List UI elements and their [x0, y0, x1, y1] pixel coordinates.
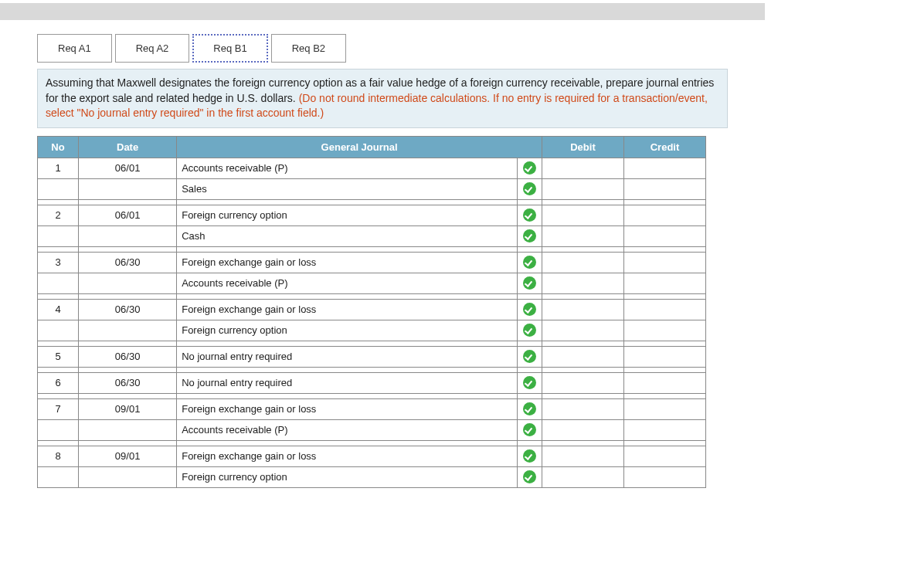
- row-date: 06/30: [79, 299, 177, 320]
- account-cell[interactable]: Foreign currency option: [177, 466, 518, 487]
- table-row: Foreign currency option: [38, 320, 706, 341]
- table-row: 506/30No journal entry required: [38, 346, 706, 367]
- account-cell[interactable]: Foreign exchange gain or loss: [177, 299, 518, 320]
- spacer-row: [38, 341, 706, 346]
- credit-cell[interactable]: [623, 320, 705, 341]
- credit-cell[interactable]: [623, 205, 705, 225]
- spacer-row: [38, 246, 706, 252]
- account-cell[interactable]: Foreign currency option: [177, 320, 518, 341]
- header-date: Date: [79, 136, 177, 158]
- row-no: [38, 419, 79, 440]
- header-no: No: [38, 136, 79, 158]
- row-date: 06/01: [79, 158, 177, 178]
- row-date: 09/01: [79, 398, 177, 419]
- debit-cell[interactable]: [542, 225, 623, 246]
- credit-cell[interactable]: [623, 273, 705, 293]
- row-date: 06/30: [79, 346, 177, 367]
- debit-cell[interactable]: [542, 419, 623, 440]
- debit-cell[interactable]: [542, 205, 623, 225]
- account-cell[interactable]: Cash: [177, 225, 518, 246]
- table-row: 606/30No journal entry required: [38, 372, 706, 393]
- credit-cell[interactable]: [623, 299, 705, 320]
- table-row: Sales: [38, 178, 706, 199]
- spacer-row: [38, 367, 706, 372]
- account-cell[interactable]: Foreign exchange gain or loss: [177, 252, 518, 273]
- check-icon: [523, 303, 536, 316]
- check-cell: [518, 252, 542, 273]
- account-cell[interactable]: Foreign exchange gain or loss: [177, 398, 518, 419]
- header-credit: Credit: [623, 136, 705, 158]
- row-no: 3: [38, 252, 79, 273]
- credit-cell[interactable]: [623, 419, 705, 440]
- debit-cell[interactable]: [542, 466, 623, 487]
- row-no: 5: [38, 346, 79, 367]
- row-date: [79, 466, 177, 487]
- tab-req-b1[interactable]: Req B1: [192, 34, 267, 63]
- check-cell: [518, 299, 542, 320]
- credit-cell[interactable]: [623, 158, 705, 178]
- check-icon: [523, 324, 536, 337]
- check-cell: [518, 225, 542, 246]
- account-cell[interactable]: Foreign currency option: [177, 205, 518, 225]
- row-date: [79, 419, 177, 440]
- check-icon: [523, 470, 536, 483]
- row-no: [38, 273, 79, 293]
- credit-cell[interactable]: [623, 466, 705, 487]
- header-general: General Journal: [177, 136, 542, 158]
- check-cell: [518, 346, 542, 367]
- check-icon: [523, 423, 536, 436]
- debit-cell[interactable]: [542, 372, 623, 393]
- row-date: 06/30: [79, 252, 177, 273]
- credit-cell[interactable]: [623, 446, 705, 466]
- check-icon: [523, 182, 536, 195]
- credit-cell[interactable]: [623, 178, 705, 199]
- row-date: [79, 225, 177, 246]
- debit-cell[interactable]: [542, 346, 623, 367]
- check-icon: [523, 256, 536, 269]
- check-cell: [518, 466, 542, 487]
- table-row: Foreign currency option: [38, 466, 706, 487]
- table-row: 709/01Foreign exchange gain or loss: [38, 398, 706, 419]
- account-cell[interactable]: No journal entry required: [177, 346, 518, 367]
- table-row: 206/01Foreign currency option: [38, 205, 706, 225]
- credit-cell[interactable]: [623, 346, 705, 367]
- credit-cell[interactable]: [623, 252, 705, 273]
- row-no: [38, 320, 79, 341]
- row-no: [38, 178, 79, 199]
- row-date: [79, 273, 177, 293]
- main-container: Req A1Req A2Req B1Req B2 Assuming that M…: [0, 34, 765, 488]
- check-icon: [523, 449, 536, 463]
- tab-req-a2[interactable]: Req A2: [115, 34, 190, 63]
- account-cell[interactable]: Accounts receivable (P): [177, 419, 518, 440]
- row-no: 1: [38, 158, 79, 178]
- check-cell: [518, 178, 542, 199]
- credit-cell[interactable]: [623, 225, 705, 246]
- table-row: 306/30Foreign exchange gain or loss: [38, 252, 706, 273]
- spacer-row: [38, 199, 706, 205]
- debit-cell[interactable]: [542, 252, 623, 273]
- debit-cell[interactable]: [542, 273, 623, 293]
- check-icon: [523, 402, 536, 415]
- debit-cell[interactable]: [542, 178, 623, 199]
- debit-cell[interactable]: [542, 446, 623, 466]
- table-row: 406/30Foreign exchange gain or loss: [38, 299, 706, 320]
- row-no: 6: [38, 372, 79, 393]
- row-no: 7: [38, 398, 79, 419]
- debit-cell[interactable]: [542, 158, 623, 178]
- row-no: [38, 225, 79, 246]
- check-icon: [523, 161, 536, 175]
- tab-req-b2[interactable]: Req B2: [271, 34, 346, 63]
- account-cell[interactable]: No journal entry required: [177, 372, 518, 393]
- account-cell[interactable]: Sales: [177, 178, 518, 199]
- credit-cell[interactable]: [623, 398, 705, 419]
- debit-cell[interactable]: [542, 398, 623, 419]
- debit-cell[interactable]: [542, 320, 623, 341]
- credit-cell[interactable]: [623, 372, 705, 393]
- tab-req-a1[interactable]: Req A1: [37, 34, 112, 63]
- account-cell[interactable]: Foreign exchange gain or loss: [177, 446, 518, 466]
- account-cell[interactable]: Accounts receivable (P): [177, 158, 518, 178]
- account-cell[interactable]: Accounts receivable (P): [177, 273, 518, 293]
- row-no: [38, 466, 79, 487]
- debit-cell[interactable]: [542, 299, 623, 320]
- check-cell: [518, 158, 542, 178]
